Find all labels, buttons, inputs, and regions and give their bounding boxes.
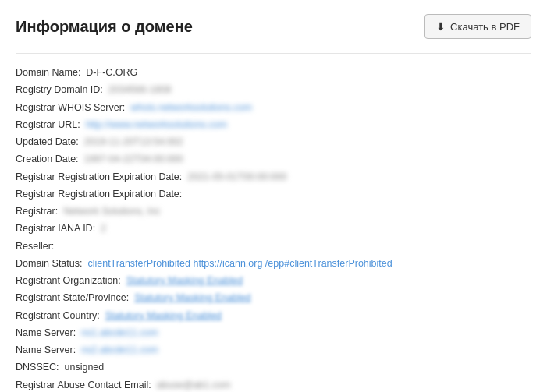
- abuse-email-row: Registrar Abuse Contact Email: abuse@ab1…: [16, 377, 531, 393]
- name-server-2-value: ns2.abcde11.com: [81, 342, 158, 358]
- domain-status-row: Domain Status: clientTransferProhibited …: [16, 256, 531, 272]
- registrar-whois-row: Registrar WHOIS Server: whois.networksol…: [16, 100, 531, 116]
- registrar-whois-label: Registrar WHOIS Server:: [16, 102, 125, 113]
- registrant-org-value: Statutory Masking Enabled: [126, 273, 243, 289]
- iana-id-row: Registrar IANA ID: 2: [16, 221, 531, 237]
- download-icon: ⬇: [436, 20, 446, 33]
- domain-name-value: D-F-C.ORG: [86, 67, 137, 78]
- domain-status-value: clientTransferProhibited https://icann.o…: [87, 258, 392, 269]
- registry-id-row: Registry Domain ID: 2034566-1808: [16, 82, 531, 98]
- registrant-org-row: Registrant Organization: Statutory Maski…: [16, 273, 531, 289]
- creation-date-row: Creation Date: 1997-04-22T04:00:000: [16, 151, 531, 168]
- download-pdf-button[interactable]: ⬇ Скачать в PDF: [424, 14, 531, 39]
- download-pdf-label: Скачать в PDF: [450, 21, 520, 33]
- header-divider: [16, 53, 531, 54]
- registry-id-label: Registry Domain ID:: [16, 84, 103, 95]
- registrant-country-row: Registrant Country: Statutory Masking En…: [16, 308, 531, 324]
- dnssec-label: DNSSEC:: [16, 362, 59, 373]
- dnssec-value: unsigned: [65, 362, 105, 373]
- registrar-label: Registrar:: [16, 206, 58, 217]
- name-server-2-label: Name Server:: [16, 344, 76, 355]
- registry-id-value: 2034566-1808: [108, 82, 172, 98]
- iana-id-label: Registrar IANA ID:: [16, 223, 95, 234]
- page-header: Информация о домене ⬇ Скачать в PDF: [16, 14, 531, 39]
- name-server-2-row: Name Server: ns2.abcde11.com: [16, 342, 531, 358]
- iana-id-value: 2: [101, 221, 106, 237]
- abuse-email-value: abuse@ab1.com: [157, 377, 231, 393]
- registrant-state-value: Statutory Masking Enabled: [134, 290, 250, 306]
- expiration-date-2-label: Registrar Registration Expiration Date:: [16, 189, 182, 200]
- domain-name-row: Domain Name: D-F-C.ORG: [16, 65, 531, 81]
- registrar-url-row: Registrar URL: http://www.networksolutio…: [16, 117, 531, 133]
- expiration-date-1-value: 2021-05-01T00:00:000: [187, 169, 286, 185]
- expiration-date-1-label: Registrar Registration Expiration Date:: [16, 171, 182, 182]
- dnssec-row: DNSSEC: unsigned: [16, 359, 531, 376]
- registrant-country-value: Statutory Masking Enabled: [105, 308, 222, 324]
- abuse-email-label: Registrar Abuse Contact Email:: [16, 380, 151, 390]
- domain-name-label: Domain Name:: [16, 67, 80, 78]
- updated-date-value: 2019-11-20T13:54:002: [84, 134, 183, 150]
- name-server-1-label: Name Server:: [16, 327, 76, 338]
- whois-content: Domain Name: D-F-C.ORG Registry Domain I…: [16, 65, 531, 392]
- name-server-1-value: ns1.abcde11.com: [81, 325, 158, 341]
- creation-date-value: 1997-04-22T04:00:000: [84, 151, 183, 168]
- creation-date-label: Creation Date:: [16, 154, 79, 164]
- updated-date-row: Updated Date: 2019-11-20T13:54:002: [16, 134, 531, 150]
- registrant-org-label: Registrant Organization:: [16, 275, 121, 286]
- updated-date-label: Updated Date:: [16, 136, 79, 147]
- registrar-whois-value: whois.networksolutions.com: [130, 100, 252, 116]
- expiration-date-1-row: Registrar Registration Expiration Date: …: [16, 169, 531, 185]
- registrant-state-row: Registrant State/Province: Statutory Mas…: [16, 290, 531, 306]
- registrar-url-value: http://www.networksolutions.com: [86, 117, 227, 133]
- domain-status-label: Domain Status:: [16, 258, 82, 269]
- registrant-country-label: Registrant Country:: [16, 310, 100, 321]
- reseller-label: Reseller:: [16, 241, 54, 252]
- registrant-state-label: Registrant State/Province:: [16, 292, 129, 303]
- registrar-value: Network Solutions, Inc: [63, 203, 160, 220]
- name-server-1-row: Name Server: ns1.abcde11.com: [16, 325, 531, 341]
- registrar-url-label: Registrar URL:: [16, 119, 80, 130]
- registrar-row: Registrar: Network Solutions, Inc: [16, 203, 531, 220]
- page-title: Информация о домене: [16, 18, 193, 36]
- expiration-date-2-row: Registrar Registration Expiration Date:: [16, 186, 531, 203]
- reseller-row: Reseller:: [16, 238, 531, 255]
